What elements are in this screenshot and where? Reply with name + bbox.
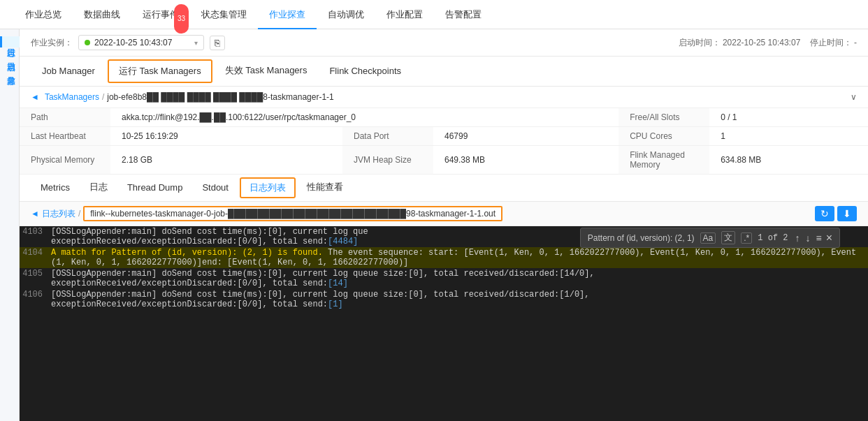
flink-mem-value: 634.88 MB <box>709 146 868 175</box>
download-button[interactable]: ⬇ <box>837 206 857 221</box>
sub-tab-thread-dump[interactable]: Thread Dump <box>117 177 192 200</box>
stop-time-value: - <box>854 38 857 47</box>
nav-item-optimize[interactable]: 自动调优 <box>317 0 375 29</box>
main-tabs: Job Manager 运行 Task Managers 失效 Task Man… <box>20 57 868 87</box>
search-aa-label[interactable]: Aa <box>700 232 716 244</box>
sub-tab-stdout[interactable]: Stdout <box>192 177 238 200</box>
jvmheap-value: 649.38 MB <box>433 146 619 175</box>
log-breadcrumb: ◄ 日志列表 / flink--kubernetes-taskmanager-0… <box>20 202 868 226</box>
jvmheap-label: JVM Heap Size <box>342 146 433 175</box>
search-down-button[interactable]: ↓ <box>804 232 811 244</box>
tab-job-manager[interactable]: Job Manager <box>31 59 106 84</box>
slots-label: Free/All Slots <box>619 108 709 127</box>
search-dot-label[interactable]: .* <box>741 232 752 244</box>
line-number: 4106 <box>20 290 51 300</box>
heartbeat-label: Last Heartbeat <box>20 127 110 146</box>
log-line: 4106 [OSSLogAppender:main] doSend cost t… <box>20 289 868 310</box>
tab-running-task-managers[interactable]: 运行 Task Managers <box>108 59 212 83</box>
tm-breadcrumb: ◄ TaskManagers / job-efe8b8██ ████ ████ … <box>20 87 868 108</box>
instance-value: 2022-10-25 10:43:07 <box>94 38 172 47</box>
instance-label: 作业实例： <box>31 37 73 49</box>
breadcrumb-parent[interactable]: TaskManagers <box>45 92 99 102</box>
log-actions: ↻ ⬇ <box>815 206 857 221</box>
log-sep: / <box>78 209 80 219</box>
line-text: A match for Pattern of (id, version): (2… <box>51 248 868 267</box>
table-row: Last Heartbeat 10-25 16:19:29 Data Port … <box>20 127 868 146</box>
top-nav: 作业总览 数据曲线 运行事件 33 状态集管理 作业探查 自动调优 作业配置 告… <box>0 0 868 29</box>
nav-item-config[interactable]: 作业配置 <box>375 0 434 29</box>
nav-item-state[interactable]: 状态集管理 <box>190 0 258 29</box>
nav-item-alert[interactable]: 告警配置 <box>434 0 493 29</box>
instance-selector[interactable]: 2022-10-25 10:43:07 ▾ <box>78 35 204 50</box>
expand-icon[interactable]: ∨ <box>851 92 857 102</box>
line-number: 4104 <box>20 248 51 258</box>
phymem-value: 2.18 GB <box>110 146 342 175</box>
side-item-run-log[interactable]: 运行日志 <box>0 36 20 47</box>
line-number: 4105 <box>20 269 51 279</box>
refresh-button[interactable]: ↻ <box>815 206 834 221</box>
path-value: akka.tcp://flink@192.██.██.100:6122/user… <box>110 108 619 127</box>
search-nav: ↑ ↓ ≡ × <box>793 232 832 244</box>
breadcrumb-current: job-efe8b8██ ████ ████ ████ ████8-taskma… <box>107 92 333 102</box>
stop-time-label: 停止时间： <box>810 38 852 47</box>
sub-tab-performance[interactable]: 性能查看 <box>297 175 353 200</box>
log-back-icon[interactable]: ◄ <box>31 209 39 219</box>
heartbeat-value: 10-25 16:19:29 <box>110 127 342 146</box>
events-badge: 33 <box>174 4 189 34</box>
info-table: Path akka.tcp://flink@192.██.██.100:6122… <box>20 108 868 175</box>
tab-failed-task-managers[interactable]: 失效 Task Managers <box>214 57 319 85</box>
dataport-value: 46799 <box>433 127 619 146</box>
side-panel: 运行日志 启动日志 异常信息 <box>0 29 20 421</box>
table-row: Path akka.tcp://flink@192.██.██.100:6122… <box>20 108 868 127</box>
search-close-button[interactable]: × <box>826 232 832 244</box>
log-parent-link[interactable]: 日志列表 <box>42 208 75 220</box>
nav-item-explore[interactable]: 作业探查 <box>258 0 317 29</box>
flink-mem-label: Flink Managed Memory <box>619 146 709 175</box>
breadcrumb-sep: / <box>102 92 104 102</box>
path-label: Path <box>20 108 110 127</box>
log-filename: flink--kubernetes-taskmanager-0-job-████… <box>83 206 502 221</box>
log-line: 4105 [OSSLogAppender:main] doSend cost t… <box>20 268 868 289</box>
search-pattern-text: Pattern of (id, version): (2, 1) <box>588 233 695 243</box>
chevron-down-icon: ▾ <box>194 39 198 47</box>
line-text: [OSSLogAppender:main] doSend cost time(m… <box>51 290 868 309</box>
time-info: 启动时间： 2022-10-25 10:43:07 停止时间： - <box>679 37 857 49</box>
line-number: 4103 <box>20 227 51 237</box>
start-time-value: 2022-10-25 10:43:07 <box>723 38 800 47</box>
side-item-start-log[interactable]: 启动日志 <box>0 50 20 61</box>
line-text: [OSSLogAppender:main] doSend cost time(m… <box>51 269 868 288</box>
nav-item-curves[interactable]: 数据曲线 <box>73 0 131 29</box>
cpu-value: 1 <box>709 127 868 146</box>
nav-item-overview[interactable]: 作业总览 <box>14 0 73 29</box>
search-count: 1 of 2 <box>758 233 788 243</box>
slots-value: 0 / 1 <box>709 108 868 127</box>
back-arrow-icon[interactable]: ◄ <box>31 92 39 102</box>
phymem-label: Physical Memory <box>20 146 110 175</box>
sub-tab-log-list[interactable]: 日志列表 <box>240 177 296 198</box>
sub-tab-metrics[interactable]: Metrics <box>31 177 80 200</box>
start-time-label: 启动时间： <box>679 38 721 47</box>
content-area: 作业实例： 2022-10-25 10:43:07 ▾ ⎘ 启动时间： 2022… <box>20 29 868 421</box>
dataport-label: Data Port <box>342 127 433 146</box>
search-menu-button[interactable]: ≡ <box>814 232 823 244</box>
search-ab-label[interactable]: 文 <box>721 231 735 244</box>
instance-bar: 作业实例： 2022-10-25 10:43:07 ▾ ⎘ 启动时间： 2022… <box>20 29 868 57</box>
log-line-highlight: 4104 A match for Pattern of (id, version… <box>20 247 868 268</box>
side-item-exception[interactable]: 异常信息 <box>0 64 20 75</box>
tab-flink-checkpoints[interactable]: Flink Checkpoints <box>318 59 412 84</box>
search-up-button[interactable]: ↑ <box>793 232 801 244</box>
cpu-label: CPU Cores <box>619 127 709 146</box>
copy-button[interactable]: ⎘ <box>210 36 225 50</box>
table-row: Physical Memory 2.18 GB JVM Heap Size 64… <box>20 146 868 175</box>
nav-item-events[interactable]: 运行事件 33 <box>131 0 190 29</box>
search-overlay: Pattern of (id, version): (2, 1) Aa 文 .*… <box>580 228 840 248</box>
log-content[interactable]: Pattern of (id, version): (2, 1) Aa 文 .*… <box>20 226 868 421</box>
log-area[interactable]: Pattern of (id, version): (2, 1) Aa 文 .*… <box>20 226 868 421</box>
sub-tab-log[interactable]: 日志 <box>80 175 117 200</box>
sub-tabs: Metrics 日志 Thread Dump Stdout 日志列表 性能查看 <box>20 175 868 202</box>
instance-status-dot <box>85 40 90 45</box>
